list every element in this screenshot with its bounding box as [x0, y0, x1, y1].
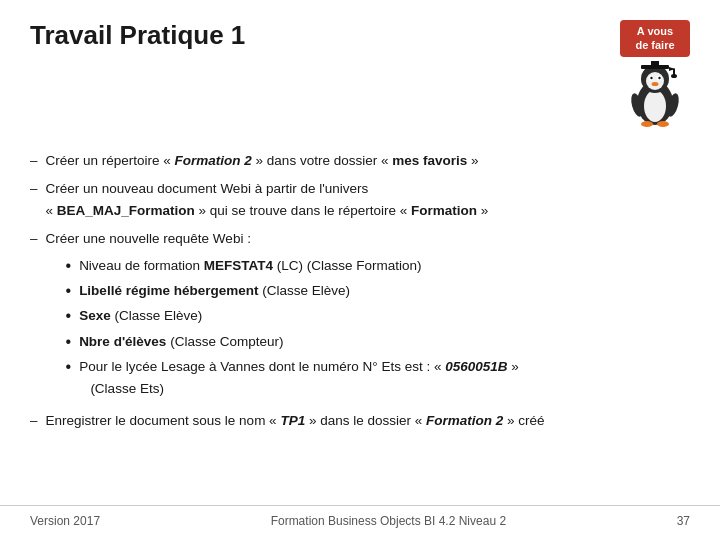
bullet-text-5: Pour le lycée Lesage à Vannes dont le nu…	[79, 356, 519, 401]
dash-1: –	[30, 150, 38, 172]
tp1-label: TP1	[280, 413, 305, 428]
list-item-3: – Créer une nouvelle requête Webi : • Ni…	[30, 228, 690, 403]
list-item-4: – Enregistrer le document sous le nom « …	[30, 410, 690, 432]
dash-2: –	[30, 178, 38, 223]
footer-title: Formation Business Objects BI 4.2 Niveau…	[271, 514, 506, 528]
content-list: – Créer un répertoire « Formation 2 » da…	[30, 150, 690, 432]
item-text-2: Créer un nouveau document Webi à partir …	[46, 178, 690, 223]
ets-number-label: 0560051B	[445, 359, 507, 374]
bea-label: BEA_MAJ_Formation	[57, 203, 195, 218]
mefstat-label: MEFSTAT4	[204, 258, 273, 273]
svg-point-10	[657, 121, 669, 127]
svg-rect-14	[651, 61, 659, 66]
bullet-item-1: • Niveau de formation MEFSTAT4 (LC) (Cla…	[66, 255, 690, 277]
item-text-4: Enregistrer le document sous le nom « TP…	[46, 410, 690, 432]
penguin-icon	[625, 55, 685, 130]
svg-point-3	[646, 72, 664, 90]
bullet-item-5: • Pour le lycée Lesage à Vannes dont le …	[66, 356, 690, 401]
svg-point-1	[644, 90, 666, 122]
libelle-label: Libellé régime hébergement	[79, 283, 258, 298]
footer: Version 2017 Formation Business Objects …	[0, 505, 720, 528]
dash-3: –	[30, 228, 38, 403]
formation2-label2: Formation 2	[426, 413, 503, 428]
header-area: Travail Pratique 1 A vous de faire	[30, 20, 690, 130]
svg-point-6	[650, 76, 652, 78]
svg-point-18	[671, 74, 677, 78]
bullet-dot-5: •	[66, 356, 72, 378]
badge-line2: de faire	[635, 39, 674, 51]
bullet-item-2: • Libellé régime hébergement (Classe Elè…	[66, 280, 690, 302]
item-text-3: Créer une nouvelle requête Webi : • Nive…	[46, 228, 690, 403]
nbre-label: Nbre d'élèves	[79, 334, 166, 349]
bullet-dot-2: •	[66, 280, 72, 302]
bullet-dot-1: •	[66, 255, 72, 277]
dash-4: –	[30, 410, 38, 432]
list-item-2: – Créer un nouveau document Webi à parti…	[30, 178, 690, 223]
badge-line1: A vous	[637, 25, 673, 37]
formation-label: Formation	[411, 203, 477, 218]
bullet-text-2: Libellé régime hébergement (Classe Elève…	[79, 280, 350, 302]
bullet-item-3: • Sexe (Classe Elève)	[66, 305, 690, 327]
bullet-item-4: • Nbre d'élèves (Classe Compteur)	[66, 331, 690, 353]
badge-box: A vous de faire	[620, 20, 690, 57]
bullet-dot-4: •	[66, 331, 72, 353]
bullet-text-4: Nbre d'élèves (Classe Compteur)	[79, 331, 283, 353]
item-text-1: Créer un répertoire « Formation 2 » dans…	[46, 150, 690, 172]
svg-point-9	[641, 121, 653, 127]
badge-container: A vous de faire	[620, 20, 690, 130]
bullet-text-3: Sexe (Classe Elève)	[79, 305, 202, 327]
bullet-text-1: Niveau de formation MEFSTAT4 (LC) (Class…	[79, 255, 421, 277]
sexe-label: Sexe	[79, 308, 111, 323]
footer-page: 37	[677, 514, 690, 528]
footer-version: Version 2017	[30, 514, 100, 528]
main-content: Travail Pratique 1 A vous de faire	[0, 0, 720, 448]
formation2-label: Formation 2	[175, 153, 252, 168]
mes-favoris-label: mes favoris	[392, 153, 467, 168]
svg-point-8	[652, 82, 659, 86]
page-title: Travail Pratique 1	[30, 20, 245, 51]
bullet-dot-3: •	[66, 305, 72, 327]
svg-point-7	[658, 76, 660, 78]
list-item-1: – Créer un répertoire « Formation 2 » da…	[30, 150, 690, 172]
bullet-list: • Niveau de formation MEFSTAT4 (LC) (Cla…	[66, 255, 690, 401]
